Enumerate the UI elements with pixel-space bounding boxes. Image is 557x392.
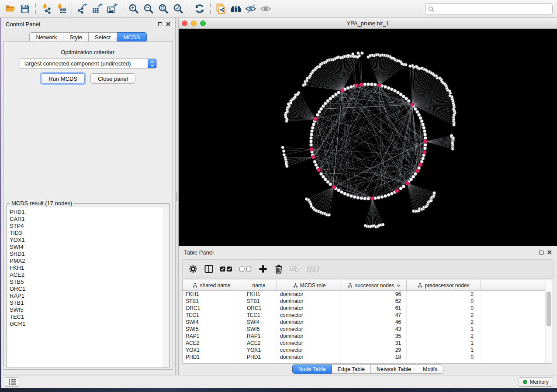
table-cell: 62 (342, 298, 407, 305)
desktop-wallpaper-bottom (0, 388, 557, 392)
open-file-button[interactable] (3, 1, 17, 16)
close-table-panel-icon[interactable] (547, 250, 552, 254)
splitter-grip[interactable] (176, 193, 178, 201)
select-all-button[interactable] (218, 261, 235, 276)
table-cell: dominator (277, 298, 342, 305)
table-row[interactable]: TEC1TEC1connector472 (183, 312, 552, 319)
tab-style[interactable]: Style (63, 32, 89, 42)
table-panel-title: Table Panel (184, 249, 214, 256)
table-settings-button[interactable] (186, 261, 200, 276)
mcds-result-item[interactable]: FKH1 (10, 265, 163, 272)
network-canvas[interactable] (179, 29, 557, 246)
zoom-in-button[interactable] (126, 1, 141, 16)
main-toolbar (0, 0, 557, 18)
mcds-result-item[interactable]: STB5 (10, 279, 163, 285)
table-row[interactable]: ACE2ACE2connector311 (183, 340, 552, 347)
dropdown-selected-value: largest connected component (undirected) (20, 60, 148, 67)
mcds-result-item[interactable]: CAR1 (10, 216, 163, 223)
table-cell: ORC1 (183, 305, 241, 312)
toggle-panes-button[interactable] (202, 261, 216, 276)
create-column-button[interactable] (256, 261, 270, 276)
zoom-fit-button[interactable] (156, 1, 171, 16)
optimization-criterion-select[interactable]: largest connected component (undirected) (20, 58, 157, 69)
mcds-result-item[interactable]: PMA2 (10, 258, 163, 265)
table-row[interactable]: FKH1FKH1dominator962 (183, 291, 552, 298)
application-window: Control Panel NetworkStyleSelectMCDS Opt… (0, 0, 557, 392)
table-cell: connector (277, 347, 342, 354)
table-row[interactable]: STB1STB1dominator620 (183, 298, 552, 305)
table-row[interactable]: PHD1PHD1dominator180 (183, 354, 552, 361)
run-mcds-button[interactable]: Run MCDS (41, 73, 85, 84)
mcds-list-scrollbar[interactable] (163, 207, 169, 368)
float-panel-icon[interactable] (158, 22, 162, 26)
clone-network-icon (215, 3, 227, 14)
panel-splitter[interactable] (175, 18, 179, 375)
table-row[interactable]: SWI5SWI5connector431 (183, 326, 552, 333)
mcds-result-item[interactable]: SRD1 (10, 251, 163, 258)
zoom-fit-icon (158, 3, 169, 14)
table-row[interactable]: YOX1YOX1connector291 (183, 347, 552, 354)
mcds-result-item[interactable]: STB1 (10, 299, 163, 306)
mcds-result-item[interactable]: TEC1 (10, 313, 163, 320)
table-scrollbar-thumb[interactable] (547, 292, 551, 327)
table-panel-header: Table Panel (179, 246, 557, 258)
table-cell: TEC1 (241, 312, 277, 319)
column-header-shared-name[interactable]: shared name (183, 280, 241, 290)
deselect-all-button[interactable] (237, 261, 254, 276)
column-header-MCDS-role[interactable]: MCDS role (277, 280, 342, 290)
tab-motifs[interactable]: Motifs (417, 364, 443, 374)
save-session-button[interactable] (17, 1, 32, 16)
column-header-successor-nodes[interactable]: successor nodes (342, 280, 407, 290)
clone-network-button[interactable] (214, 1, 228, 16)
tab-select[interactable]: Select (89, 32, 117, 42)
zoom-selected-button[interactable] (171, 1, 186, 16)
open-folder-icon (4, 3, 16, 14)
mcds-result-group: MCDS result (17 nodes) PHD1CAR1STP4TID3Y… (7, 203, 170, 368)
network-view-window: YPA_prune.txt_1 (179, 18, 557, 246)
export-image-button[interactable] (105, 1, 120, 16)
table-scrollbar[interactable] (545, 281, 552, 364)
column-header-name[interactable]: name (241, 280, 277, 290)
mcds-result-item[interactable]: TID3 (10, 230, 163, 237)
search-input[interactable] (436, 6, 550, 12)
float-table-panel-icon[interactable] (540, 251, 543, 254)
delete-column-button[interactable] (272, 261, 286, 276)
hide-selected-button[interactable] (243, 1, 258, 16)
network-window-titlebar[interactable]: YPA_prune.txt_1 (179, 18, 557, 29)
table-row[interactable]: ORC1ORC1dominator610 (183, 305, 552, 312)
export-network-button[interactable] (75, 1, 90, 16)
control-panel-title: Control Panel (6, 21, 40, 28)
import-table-button[interactable] (54, 1, 69, 16)
mcds-result-item[interactable]: ACE2 (10, 272, 163, 279)
mcds-result-item[interactable]: SWI5 (10, 306, 163, 313)
close-panel-button[interactable]: Close panel (90, 73, 135, 84)
close-panel-icon[interactable] (166, 22, 170, 26)
export-table-button[interactable] (90, 1, 105, 16)
table-row[interactable]: SWI4SWI4dominator462 (183, 319, 552, 326)
mcds-result-item[interactable]: ORC1 (10, 285, 163, 292)
tab-edge-table[interactable]: Edge Table (332, 364, 371, 374)
mcds-result-item[interactable]: GCR1 (10, 320, 163, 327)
zoom-out-button[interactable] (141, 1, 156, 16)
mcds-result-item[interactable]: RAP1 (10, 292, 163, 299)
table-cell: dominator (277, 354, 342, 361)
show-all-button[interactable] (258, 1, 273, 16)
tab-mcds[interactable]: MCDS (117, 32, 146, 42)
import-network-button[interactable] (39, 1, 54, 16)
mcds-result-item[interactable]: YOX1 (10, 237, 163, 244)
tab-network-table[interactable]: Network Table (371, 364, 417, 374)
memory-button[interactable]: Memory (519, 377, 553, 387)
tab-network[interactable]: Network (29, 32, 63, 42)
task-history-button[interactable] (5, 377, 19, 387)
first-neighbors-button[interactable] (228, 1, 243, 16)
column-type-icon (293, 283, 298, 288)
table-row[interactable]: RAP1RAP1dominator352 (183, 333, 552, 340)
tab-node-table[interactable]: Node Table (292, 364, 332, 374)
gear-icon (188, 264, 198, 274)
column-header-predecessor-nodes[interactable]: predecessor nodes (407, 280, 481, 290)
mcds-result-item[interactable]: PHD1 (10, 209, 163, 216)
mcds-result-items: PHD1CAR1STP4TID3YOX1SWI4SRD1PMA2FKH1ACE2… (7, 207, 163, 368)
mcds-result-item[interactable]: STP4 (10, 223, 163, 230)
refresh-layout-button[interactable] (192, 1, 207, 16)
mcds-result-item[interactable]: SWI4 (10, 244, 163, 251)
